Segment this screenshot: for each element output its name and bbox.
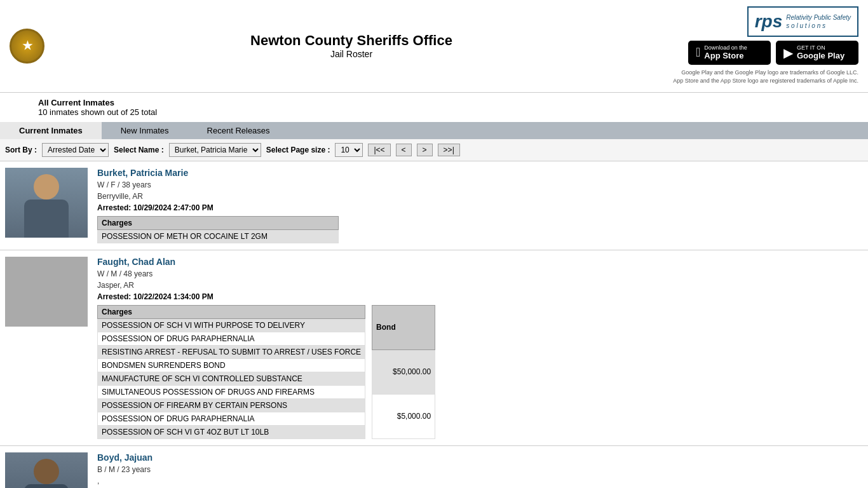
page-subtitle: Jail Roster	[54, 49, 649, 59]
sort-by-label: Sort By :	[5, 146, 37, 154]
charge-item: POSSESSION OF FIREARM BY CERTAIN PERSONS	[98, 398, 365, 412]
rps-logo-text: rps	[755, 11, 783, 32]
header-center: Newton County Sheriffs Office Jail Roste…	[54, 32, 649, 59]
inmate-list: Burket, Patricia Marie W / F / 38 years …	[0, 161, 868, 488]
rps-logo: rps Relativity Public Safetys o l u t i …	[747, 6, 858, 37]
inmate-location: Berryville, AR	[97, 192, 863, 201]
charges-table: Charges POSSESSION OF SCH VI WITH PURPOS…	[97, 305, 365, 439]
header-right: rps Relativity Public Safetys o l u t i …	[649, 6, 858, 86]
table-row: Faught, Chad Alan W / M / 48 years Jaspe…	[0, 250, 868, 446]
select-name-select[interactable]: Burket, Patricia Marie	[169, 143, 261, 157]
charge-item: POSSESSION OF DRUG PARAPHERNALIA	[98, 332, 365, 345]
inmate-info: Faught, Chad Alan W / M / 48 years Jaspe…	[97, 257, 863, 439]
tab-current-inmates[interactable]: Current Inmates	[0, 122, 102, 139]
nav-first-button[interactable]: |<<	[368, 144, 390, 156]
inmate-photo	[5, 452, 88, 488]
trademark-text: Google Play and the Google Play logo are…	[673, 69, 858, 86]
bond-amount: $5,000.00	[372, 394, 435, 438]
summary-count: 10 inmates shown out of 25 total	[38, 107, 830, 117]
select-page-select[interactable]: 10	[335, 143, 363, 157]
bond-amount: $50,000.00	[372, 349, 435, 394]
inmate-location: ,	[97, 477, 863, 485]
bond-table: Bond $50,000.00 $5,000.00	[372, 305, 435, 439]
charges-bond-container: Charges POSSESSION OF METH OR COCAINE LT…	[97, 216, 863, 243]
page-header: ★ Newton County Sheriffs Office Jail Ros…	[0, 0, 868, 93]
photo-head	[34, 174, 59, 200]
google-play-button[interactable]: ▶ GET IT ON Google Play	[776, 41, 858, 65]
controls-bar: Sort By : Arrested Date Select Name : Bu…	[0, 139, 868, 161]
charge-item: POSSESSION OF DRUG PARAPHERNALIA	[98, 412, 365, 425]
charge-item: SIMULTANEOUS POSSESSION OF DRUGS AND FIR…	[98, 385, 365, 398]
table-row: Boyd, Jajuan B / M / 23 years , Arrested…	[0, 446, 868, 488]
charge-item: BONDSMEN SURRENDERS BOND	[98, 358, 365, 372]
photo-body	[24, 200, 69, 238]
inmate-name: Faught, Chad Alan	[97, 257, 863, 267]
inmate-arrested: Arrested: 10/29/2024 2:47:00 PM	[97, 203, 863, 212]
sheriff-badge: ★	[10, 29, 44, 64]
inmate-info: Burket, Patricia Marie W / F / 38 years …	[97, 168, 863, 243]
app-buttons:  Download on the App Store ▶ GET IT ON …	[688, 41, 858, 65]
charges-bond-container: Charges POSSESSION OF SCH VI WITH PURPOS…	[97, 305, 863, 439]
charge-item: MANUFACTURE OF SCH VI CONTROLLED SUBSTAN…	[98, 372, 365, 385]
inmate-demographics: W / M / 48 years	[97, 269, 863, 278]
charge-item: RESISTING ARREST - REFUSAL TO SUBMIT TO …	[98, 345, 365, 358]
photo-head	[34, 459, 59, 484]
nav-tabs: Current Inmates New Inmates Recent Relea…	[0, 122, 868, 139]
inmate-photo	[5, 168, 88, 238]
app-store-text: Download on the App Store	[704, 44, 747, 61]
charges-header: Charges	[98, 305, 365, 318]
google-play-text: GET IT ON Google Play	[797, 44, 844, 61]
charge-item: POSSESSION OF METH OR COCAINE LT 2GM	[98, 229, 339, 243]
app-store-button[interactable]:  Download on the App Store	[688, 41, 771, 65]
inmate-name: Burket, Patricia Marie	[97, 168, 863, 178]
charges-table: Charges POSSESSION OF METH OR COCAINE LT…	[97, 216, 339, 243]
photo-body	[24, 484, 69, 488]
select-name-label: Select Name :	[114, 146, 164, 154]
inmate-info: Boyd, Jajuan B / M / 23 years , Arrested…	[97, 452, 863, 488]
sort-by-select[interactable]: Arrested Date	[42, 143, 109, 157]
nav-prev-button[interactable]: <	[396, 144, 412, 156]
inmate-demographics: W / F / 38 years	[97, 180, 863, 189]
select-page-label: Select Page size :	[266, 146, 330, 154]
nav-last-button[interactable]: >>|	[438, 144, 460, 156]
inmate-arrested: Arrested: 10/22/2024 1:34:00 PM	[97, 292, 863, 301]
tab-new-inmates[interactable]: New Inmates	[102, 122, 188, 139]
charges-header: Charges	[98, 216, 339, 229]
table-row: Burket, Patricia Marie W / F / 38 years …	[0, 161, 868, 250]
inmate-location: Jasper, AR	[97, 281, 863, 290]
apple-icon: 	[696, 45, 700, 60]
inmate-summary: All Current Inmates 10 inmates shown out…	[0, 93, 868, 122]
page-title: Newton County Sheriffs Office	[54, 32, 649, 49]
charge-item: POSSESSION OF SCH VI WITH PURPOSE TO DEL…	[98, 318, 365, 332]
bond-header: Bond	[372, 305, 435, 349]
nav-next-button[interactable]: >	[417, 144, 433, 156]
summary-title: All Current Inmates	[38, 98, 830, 107]
inmate-name: Boyd, Jajuan	[97, 452, 863, 463]
google-play-icon: ▶	[783, 45, 793, 60]
tab-recent-releases[interactable]: Recent Releases	[188, 122, 289, 139]
charge-item: POSSESSION OF SCH VI GT 4OZ BUT LT 10LB	[98, 425, 365, 438]
inmate-photo	[5, 257, 88, 327]
header-left: ★	[10, 29, 54, 64]
inmate-demographics: B / M / 23 years	[97, 465, 863, 474]
rps-logo-subtitle: Relativity Public Safetys o l u t i o n …	[786, 13, 851, 30]
